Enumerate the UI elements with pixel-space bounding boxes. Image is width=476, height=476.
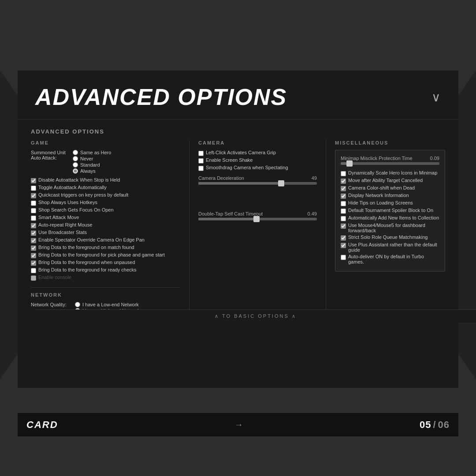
content-area: ADVANCED OPTIONS GAME Summoned Unit Auto… [18,119,458,326]
columns-container: GAME Summoned Unit Auto Attack: Same as … [31,140,445,317]
card-label: CARD [26,419,58,431]
cb-auto-add-items-label: Automatically Add New Items to Collectio… [348,215,439,220]
cb-auto-deliver[interactable]: Auto-deliver ON by default in Turbo game… [341,254,439,264]
cb-dynamic-scale-label: Dynamically Scale Hero Icons in Minimap [348,170,437,175]
double-tap-value: 0.49 [308,211,317,216]
cb-disable-autoattack-label: Disable Autoattack When Stop is Held [38,177,120,182]
cb-left-click-camera-label: Left-Click Activates Camera Grip [206,150,276,155]
cb-hide-tips-label: Hide Tips on Loading Screens [348,200,413,205]
cb-camera-color-label: Camera Color-shift when Dead [348,185,415,190]
camera-decel-fill [198,182,281,185]
double-tap-thumb[interactable] [253,216,260,222]
camera-decel-track [198,182,317,185]
cb-foreground-pick[interactable]: Bring Dota to the foreground for pick ph… [31,252,180,258]
camera-column: CAMERA Left-Click Activates Camera Grip … [190,140,326,317]
summoned-unit-radio-options: Same as Hero Never Standard [73,150,111,174]
footer-arrow[interactable]: → [234,420,243,430]
header-area: ADVANCED OPTIONS ∨ [18,71,458,119]
cb-move-after-ability[interactable]: Move after Ability Target Cancelled [341,178,439,184]
cb-screen-shake[interactable]: Enable Screen Shake [198,157,317,164]
camera-decel-thumb[interactable] [278,180,284,186]
cb-dynamic-scale[interactable]: Dynamically Scale Hero Icons in Minimap [341,170,439,176]
camera-decel-label: Camera Deceleration [198,175,244,181]
cb-mouse4mouse5-label: Use Mouse4/Mouse5 for dashboard forward/… [348,223,439,233]
cb-strict-solo-label: Strict Solo Role Queue Matchmaking [348,234,428,240]
minimap-slider-header: Minimap Misclick Protection Time 0.09 [341,156,439,161]
cb-tournament-spoiler[interactable]: Default Tournament Spoiler Block to On [341,208,439,214]
cb-display-network[interactable]: Display Network Information [341,193,439,199]
radio-never-label: Never [80,156,93,161]
radio-same-as-hero[interactable]: Same as Hero [73,150,111,155]
cb-shop-search[interactable]: Shop Search Gets Focus On Open [31,207,180,213]
cb-foreground-unpaused[interactable]: Bring Dota to the foreground when unpaus… [31,260,180,266]
cb-smoothdrag-label: Smoothdrag Camera when Spectating [206,165,288,170]
main-panel: ADVANCED OPTIONS ∨ ADVANCED OPTIONS GAME… [18,71,458,388]
camera-decel-track-container [198,182,317,185]
cb-toggle-autoattack-label: Toggle Autoattack Automatically [38,185,107,190]
radio-same-label: Same as Hero [80,150,111,155]
cb-spectator-camera-label: Enable Spectator Override Camera On Edge… [38,237,145,242]
cb-plus-assistant[interactable]: Use Plus Assistant rather than the defau… [341,242,439,253]
cb-shop-search-label: Shop Search Gets Focus On Open [38,207,114,212]
cb-foreground-ready-label: Bring Dota to the foreground for ready c… [38,267,137,272]
radio-always[interactable]: Always [73,168,111,174]
total-pages: 06 [438,419,450,430]
current-page: 05 [420,419,431,430]
cb-shop-hotkeys[interactable]: Shop Always Uses Hotkeys [31,200,180,206]
cb-mouse4mouse5[interactable]: Use Mouse4/Mouse5 for dashboard forward/… [341,223,439,233]
misc-section-label: MISCELLANEOUS [335,140,445,145]
cb-auto-add-items[interactable]: Automatically Add New Items to Collectio… [341,215,439,221]
bottom-nav-bar[interactable]: ∧ TO BASIC OPTIONS ∧ [35,309,476,323]
cb-strict-solo[interactable]: Strict Solo Role Queue Matchmaking [341,234,439,241]
cb-plus-assistant-label: Use Plus Assistant rather than the defau… [348,242,439,253]
summoned-unit-group: Summoned Unit Auto Attack: Same as Hero … [31,150,180,174]
minimap-slider: Minimap Misclick Protection Time 0.09 [341,156,439,165]
cb-foreground-pick-label: Bring Dota to the foreground for pick ph… [38,252,165,257]
cb-broadcaster[interactable]: Use Broadcaster Stats [31,230,180,236]
game-column: GAME Summoned Unit Auto Attack: Same as … [31,140,190,317]
radio-standard[interactable]: Standard [73,162,111,167]
cb-enable-console-label: Enable console [38,275,71,280]
radio-never[interactable]: Never [73,156,111,161]
cb-foreground-match[interactable]: Bring Dota to the foreground on match fo… [31,245,180,251]
cb-broadcaster-label: Use Broadcaster Stats [38,230,87,235]
camera-decel-header: Camera Deceleration 49 [198,175,317,181]
summoned-unit-label1: Summoned Unit [31,150,68,155]
cb-left-click-camera[interactable]: Left-Click Activates Camera Grip [198,150,317,156]
summoned-unit-label2: Auto Attack: [31,155,68,160]
cb-smoothdrag[interactable]: Smoothdrag Camera when Spectating [198,165,317,171]
minimap-track [341,162,439,165]
to-basic-options-label: ∧ TO BASIC OPTIONS ∧ [215,313,297,319]
cb-autorepeat[interactable]: Auto-repeat Right Mouse [31,222,180,228]
cb-smart-attack[interactable]: Smart Attack Move [31,215,180,221]
outer-background: ADVANCED OPTIONS ∨ ADVANCED OPTIONS GAME… [0,0,476,476]
minimap-slider-value: 0.09 [430,156,439,161]
cb-disable-autoattack[interactable]: Disable Autoattack When Stop is Held [31,177,180,183]
footer-bar: CARD → 05/06 [18,412,458,436]
cb-tournament-spoiler-label: Default Tournament Spoiler Block to On [348,208,433,213]
double-tap-slider: Double-Tap Self Cast Timeout 0.49 [198,211,317,220]
radio-low-end-label: I have a Low-end Network [82,302,139,307]
cb-quickcast[interactable]: Quickcast triggers on key press by defau… [31,192,180,198]
camera-decel-value: 49 [312,175,317,181]
misc-column: MISCELLANEOUS Minimap Misclick Protectio… [326,140,445,317]
page-sep: / [433,419,436,430]
radio-always-label: Always [80,168,96,174]
camera-section-label: CAMERA [198,140,317,145]
cb-camera-color[interactable]: Camera Color-shift when Dead [341,185,439,191]
double-tap-track-container [198,218,317,220]
cb-foreground-ready[interactable]: Bring Dota to the foreground for ready c… [31,267,180,273]
pagination: 05/06 [420,419,450,431]
cb-hide-tips[interactable]: Hide Tips on Loading Screens [341,200,439,206]
radio-low-end[interactable]: I have a Low-end Network [75,302,140,307]
minimap-thumb[interactable] [346,160,353,167]
cb-enable-console[interactable]: Enable console [31,275,180,281]
cb-foreground-match-label: Bring Dota to the foreground on match fo… [38,245,134,250]
collapse-button[interactable]: ∨ [431,90,441,104]
cb-auto-deliver-label: Auto-deliver ON by default in Turbo game… [348,254,439,264]
camera-decel-slider: Camera Deceleration 49 [198,175,317,185]
cb-toggle-autoattack[interactable]: Toggle Autoattack Automatically [31,185,180,191]
radio-standard-label: Standard [80,162,100,167]
cb-autorepeat-label: Auto-repeat Right Mouse [38,222,92,227]
cb-spectator-camera[interactable]: Enable Spectator Override Camera On Edge… [31,237,180,243]
